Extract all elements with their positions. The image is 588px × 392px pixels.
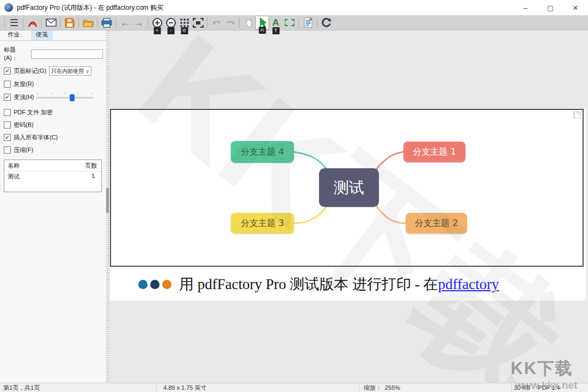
- status-zoom-label: 缩放：: [364, 384, 382, 392]
- window-title: pdfFactory Pro (试用版本) - 在 pdffactory.com…: [17, 3, 163, 13]
- banner-dot-blue: [138, 280, 148, 289]
- title-bar: pdfFactory Pro (试用版本) - 在 pdffactory.com…: [0, 0, 588, 15]
- zoom-in-button[interactable]: +: [150, 16, 164, 29]
- pdf-encrypt-label: PDF 文件 加密: [14, 108, 53, 117]
- kk-download-watermark: KK下载: [511, 357, 573, 380]
- menu-button[interactable]: ☰: [7, 16, 21, 29]
- zoom-in-icon: [152, 17, 163, 28]
- hand-icon: [244, 17, 254, 28]
- job-list-row[interactable]: 测试 1: [4, 171, 101, 182]
- checkbox-grayscale[interactable]: [4, 81, 11, 88]
- preview-area: 分支主题 4 分支主题 1 测试 分支主题 3 分支主题 2 用 pdfFact…: [109, 30, 588, 383]
- page-marks-label: 页面标记(G): [14, 67, 46, 75]
- select-tool-badge: A: [259, 27, 266, 34]
- hand-tool-button[interactable]: [242, 16, 255, 29]
- trial-banner-text: 用 pdfFactory Pro 测试版本 进行打印 - 在: [179, 274, 438, 294]
- lighten-slider[interactable]: [36, 93, 93, 101]
- status-bar: 第1页，共1页 4.89 x 1.75 英寸 缩放： 255% 30 KB PD…: [0, 383, 588, 392]
- selection-box-button[interactable]: [283, 16, 296, 29]
- acrobat-button[interactable]: [26, 16, 39, 29]
- fit-page-button[interactable]: [191, 16, 205, 29]
- forward-arrow-icon: →: [133, 17, 144, 28]
- toolbar-separator: [97, 17, 97, 28]
- mindmap-branch-4: 分支主题 4: [231, 141, 294, 163]
- slider-tick: [91, 93, 92, 94]
- tab-jobs[interactable]: 作业: [3, 29, 24, 40]
- text-tool-button[interactable]: A T: [269, 16, 283, 29]
- tab-notes[interactable]: 便笺: [31, 29, 53, 40]
- minimize-button[interactable]: –: [513, 0, 538, 15]
- window-controls: – ▢ ✕: [513, 0, 588, 15]
- forward-button[interactable]: →: [132, 16, 145, 29]
- open-folder-icon: [83, 19, 94, 27]
- toolbar-separator: [317, 17, 317, 28]
- checkbox-page-marks[interactable]: [4, 68, 11, 75]
- splitter-grip[interactable]: [106, 188, 109, 213]
- page-marks-select[interactable]: 只在内部使用 ∨: [49, 66, 91, 76]
- title-input[interactable]: [31, 50, 103, 59]
- mindmap-branch-3: 分支主题 3: [231, 213, 294, 234]
- embed-fonts-label: 插入所有字体(C): [14, 133, 58, 142]
- slider-tick: [38, 93, 38, 94]
- connector-branch-2: [376, 206, 406, 223]
- checkbox-lighten[interactable]: [4, 94, 11, 101]
- checkbox-compress[interactable]: [4, 146, 11, 154]
- save-button[interactable]: [63, 16, 76, 29]
- email-button[interactable]: [44, 16, 58, 29]
- page-marks-value: 只在内部使用: [51, 68, 84, 75]
- title-label: 标题(A)：: [4, 46, 28, 62]
- mindmap-frame: 分支主题 4 分支主题 1 测试 分支主题 3 分支主题 2: [110, 109, 584, 267]
- save-icon: [65, 18, 75, 28]
- zoom-out-icon: [166, 17, 176, 28]
- status-size-info: 4.89 x 1.75 英寸: [163, 384, 207, 392]
- slider-tick: [78, 93, 79, 94]
- redo-button[interactable]: [223, 16, 237, 29]
- job-pages: 1: [91, 173, 95, 181]
- mindmap-branch-1: 分支主题 1: [403, 142, 465, 162]
- undo-button[interactable]: [210, 16, 223, 29]
- acrobat-icon: [27, 17, 38, 28]
- slider-thumb[interactable]: [70, 94, 75, 101]
- email-icon: [46, 19, 57, 27]
- slider-tick: [51, 93, 52, 94]
- toolbar-separator: [78, 17, 79, 28]
- toolbar-separator: [239, 17, 240, 28]
- status-zoom-value: 255%: [385, 384, 400, 391]
- grid-view-button[interactable]: 0: [177, 16, 191, 29]
- pdffactory-link: pdffactory: [438, 276, 499, 293]
- refresh-button[interactable]: [320, 16, 333, 29]
- zoom-in-badge: +: [154, 27, 161, 34]
- status-page-info: 第1页，共1页: [3, 384, 40, 392]
- redo-icon: [225, 19, 236, 27]
- toolbar-separator: [115, 17, 116, 28]
- grayscale-label: 灰度(R): [14, 80, 34, 88]
- app-icon: [4, 3, 13, 12]
- menu-icon: ☰: [9, 18, 18, 28]
- select-tool-button[interactable]: A: [255, 16, 269, 29]
- zoom-out-badge: -: [167, 27, 174, 34]
- back-arrow-icon: ←: [120, 17, 130, 28]
- fit-page-icon: [193, 18, 204, 28]
- trial-banner: 用 pdfFactory Pro 测试版本 进行打印 - 在 pdffactor…: [110, 268, 586, 301]
- zoom-out-button[interactable]: -: [164, 16, 177, 29]
- kk-site-watermark: www.kkx.net: [515, 379, 577, 391]
- banner-dot-orange: [162, 280, 171, 289]
- toolbar-separator: [23, 17, 23, 28]
- print-button[interactable]: [100, 16, 113, 29]
- mindmap-center-topic: 测试: [319, 168, 379, 207]
- checkbox-pdf-encrypt[interactable]: [4, 109, 11, 116]
- text-tool-icon: A: [272, 18, 279, 27]
- checkbox-embed-fonts[interactable]: [4, 134, 11, 141]
- toolbar-separator: [148, 17, 148, 28]
- sidebar-tabs: 作业 便笺: [0, 30, 106, 41]
- close-button[interactable]: ✕: [563, 0, 588, 15]
- open-button[interactable]: [81, 16, 95, 29]
- toolbar-separator: [298, 17, 299, 28]
- notes-button[interactable]: [301, 16, 315, 29]
- back-button[interactable]: ←: [118, 16, 132, 29]
- job-options-sidebar: 作业 便笺 标题(A)： 页面标记(G) 只在内部使用 ∨ 灰度(R) 变浅(H…: [0, 30, 106, 383]
- checkbox-password[interactable]: [4, 121, 11, 128]
- maximize-button[interactable]: ▢: [538, 0, 563, 15]
- connector-branch-4: [294, 152, 327, 169]
- lighten-label: 变浅(H): [14, 93, 34, 101]
